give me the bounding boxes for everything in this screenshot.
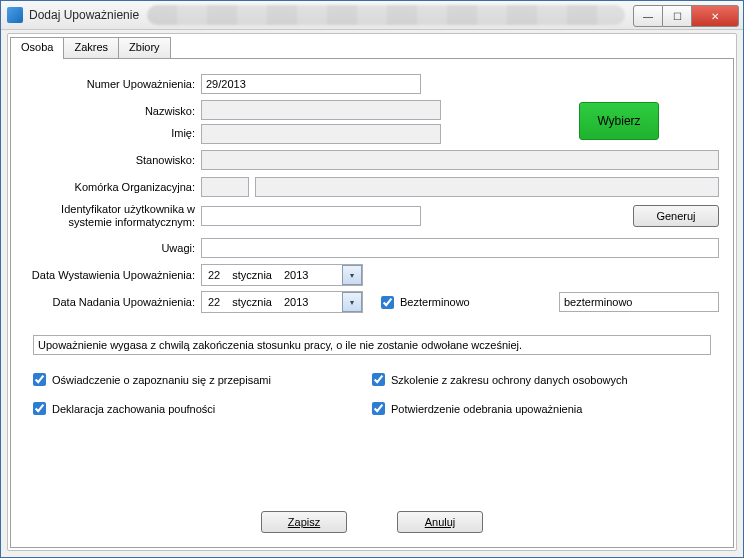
- anuluj-button[interactable]: Anuluj: [397, 511, 483, 533]
- input-bezterminowo-text[interactable]: [559, 292, 719, 312]
- label-data-wyst: Data Wystawienia Upoważnienia:: [25, 269, 201, 282]
- label-data-nad: Data Nadania Upoważnienia:: [25, 296, 201, 309]
- input-numer[interactable]: [201, 74, 421, 94]
- checkbox-szkolenie[interactable]: Szkolenie z zakresu ochrony danych osobo…: [372, 373, 683, 386]
- checkbox-bezterminowo-input[interactable]: [381, 296, 394, 309]
- date-nad-day: 22: [202, 296, 226, 308]
- tab-strip: Osoba Zakres Zbiory: [10, 36, 736, 58]
- input-note[interactable]: [33, 335, 711, 355]
- window: Dodaj Upoważnienie — ☐ ✕ Osoba Zakres Zb…: [0, 0, 744, 558]
- date-wyst-month: stycznia: [226, 269, 278, 281]
- checkbox-oswiadczenie-label: Oświadczenie o zapoznaniu się z przepisa…: [52, 374, 271, 386]
- close-button[interactable]: ✕: [692, 5, 739, 27]
- label-uwagi: Uwagi:: [25, 242, 201, 255]
- footer-buttons: Zapisz Anuluj: [11, 511, 733, 533]
- checkbox-potwierdzenie[interactable]: Potwierdzenie odebrania upoważnienia: [372, 402, 683, 415]
- checkbox-deklaracja-input[interactable]: [33, 402, 46, 415]
- tab-zakres[interactable]: Zakres: [63, 37, 119, 59]
- checkbox-deklaracja[interactable]: Deklaracja zachowania poufności: [33, 402, 344, 415]
- date-wyst-year: 2013: [278, 269, 314, 281]
- date-wyst-day: 22: [202, 269, 226, 281]
- tab-page-osoba: Numer Upoważnienia: Nazwisko: Imię: Wybi…: [10, 58, 734, 548]
- titlebar-background: [147, 5, 625, 25]
- input-ident[interactable]: [201, 206, 421, 226]
- checkbox-potwierdzenie-label: Potwierdzenie odebrania upoważnienia: [391, 403, 582, 415]
- maximize-button[interactable]: ☐: [663, 5, 692, 27]
- input-uwagi[interactable]: [201, 238, 719, 258]
- label-numer: Numer Upoważnienia:: [25, 78, 201, 91]
- date-nad-year: 2013: [278, 296, 314, 308]
- titlebar[interactable]: Dodaj Upoważnienie — ☐ ✕: [1, 1, 743, 30]
- window-buttons: — ☐ ✕: [633, 5, 739, 25]
- label-imie: Imię:: [25, 122, 195, 144]
- window-title: Dodaj Upoważnienie: [29, 8, 139, 22]
- field-nazwisko: [201, 100, 441, 120]
- datepicker-wystawienia[interactable]: 22 stycznia 2013 ▾: [201, 264, 363, 286]
- generuj-button[interactable]: Generuj: [633, 205, 719, 227]
- client-area: Osoba Zakres Zbiory Numer Upoważnienia: …: [7, 33, 737, 551]
- label-nazwisko: Nazwisko:: [25, 100, 195, 122]
- zapisz-button[interactable]: Zapisz: [261, 511, 347, 533]
- checkbox-szkolenie-input[interactable]: [372, 373, 385, 386]
- field-komorka-nazwa: [255, 177, 719, 197]
- checkbox-bezterminowo-label: Bezterminowo: [400, 296, 470, 308]
- wybierz-button[interactable]: Wybierz: [579, 102, 659, 140]
- field-komorka-kod: [201, 177, 249, 197]
- label-stanowisko: Stanowisko:: [25, 154, 201, 167]
- calendar-icon[interactable]: ▾: [342, 265, 362, 285]
- label-ident: Identyfikator użytkownika w systemie inf…: [25, 203, 201, 229]
- app-icon: [7, 7, 23, 23]
- checkbox-potwierdzenie-input[interactable]: [372, 402, 385, 415]
- checkbox-bezterminowo[interactable]: Bezterminowo: [381, 296, 470, 309]
- date-nad-month: stycznia: [226, 296, 278, 308]
- checkbox-oswiadczenie-input[interactable]: [33, 373, 46, 386]
- tab-zbiory[interactable]: Zbiory: [118, 37, 171, 59]
- checkbox-deklaracja-label: Deklaracja zachowania poufności: [52, 403, 215, 415]
- label-komorka: Komórka Organizacyjna:: [25, 181, 201, 194]
- checkbox-oswiadczenie[interactable]: Oświadczenie o zapoznaniu się z przepisa…: [33, 373, 344, 386]
- datepicker-nadania[interactable]: 22 stycznia 2013 ▾: [201, 291, 363, 313]
- field-imie: [201, 124, 441, 144]
- minimize-button[interactable]: —: [633, 5, 663, 27]
- checkbox-szkolenie-label: Szkolenie z zakresu ochrony danych osobo…: [391, 374, 628, 386]
- calendar-icon[interactable]: ▾: [342, 292, 362, 312]
- tab-osoba[interactable]: Osoba: [10, 37, 64, 59]
- field-stanowisko: [201, 150, 719, 170]
